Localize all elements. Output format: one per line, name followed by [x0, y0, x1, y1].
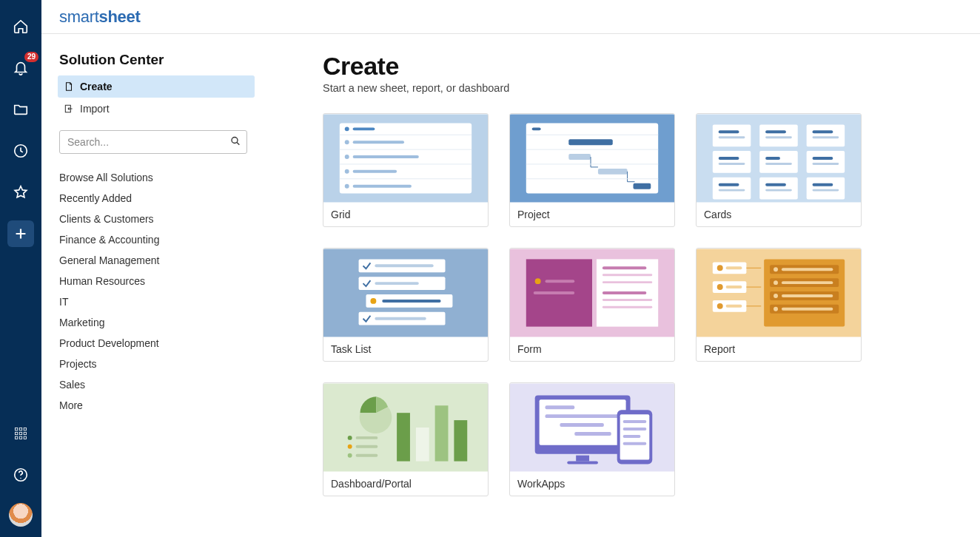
sidebar-item-create[interactable]: Create [58, 75, 255, 98]
card-label: Report [697, 337, 861, 361]
svg-rect-31 [532, 127, 541, 130]
card-cards-template[interactable]: Cards [696, 113, 862, 227]
sidebar-link[interactable]: Marketing [58, 312, 255, 333]
folder-icon[interactable] [7, 96, 34, 123]
svg-rect-50 [719, 130, 739, 133]
svg-rect-6 [24, 432, 26, 434]
svg-rect-19 [353, 141, 404, 143]
content: Create Start a new sheet, report, or das… [264, 34, 980, 537]
help-icon[interactable] [7, 462, 34, 488]
sidebar-link[interactable]: Projects [58, 354, 255, 374]
app-launcher-icon[interactable] [7, 420, 34, 447]
svg-rect-42 [759, 124, 798, 146]
sidebar-link[interactable]: Sales [58, 374, 255, 395]
svg-rect-137 [623, 435, 641, 438]
svg-rect-135 [623, 420, 647, 423]
svg-rect-130 [546, 414, 619, 418]
sheet-icon [62, 81, 75, 92]
svg-rect-35 [568, 154, 591, 160]
svg-rect-58 [813, 183, 833, 186]
svg-rect-5 [19, 432, 21, 434]
svg-rect-48 [759, 178, 798, 200]
card-thumb [323, 383, 488, 472]
card-thumb [697, 114, 861, 203]
card-tasklist-template[interactable]: Task List [323, 248, 489, 362]
card-thumb [510, 383, 674, 472]
svg-rect-7 [16, 436, 18, 439]
import-icon [62, 104, 75, 114]
card-form-template[interactable]: Form [509, 248, 675, 362]
sidebar-link[interactable]: General Management [58, 250, 255, 271]
brand-part1: smart [59, 7, 99, 26]
svg-rect-122 [435, 405, 449, 461]
create-new-button[interactable] [7, 220, 34, 247]
brand-logo[interactable]: smartsheet [59, 7, 141, 27]
sidebar-link[interactable]: More [58, 395, 255, 416]
page-subtitle: Start a new sheet, report, or dashboard [323, 82, 885, 94]
user-avatar[interactable] [9, 503, 33, 527]
card-grid: Grid [323, 113, 885, 496]
svg-rect-56 [719, 183, 739, 186]
svg-point-107 [773, 280, 778, 285]
svg-rect-52 [813, 130, 833, 133]
sidebar-item-import[interactable]: Import [58, 98, 255, 120]
svg-rect-46 [807, 151, 845, 173]
sidebar-link[interactable]: Finance & Accounting [58, 229, 255, 250]
card-project-template[interactable]: Project [509, 113, 675, 227]
svg-rect-108 [782, 281, 833, 284]
svg-rect-3 [24, 428, 26, 430]
notifications-icon[interactable]: 29 [7, 55, 34, 81]
svg-rect-57 [765, 183, 786, 186]
svg-rect-96 [726, 286, 742, 288]
sidebar-link[interactable]: Clients & Customers [58, 209, 255, 229]
svg-rect-131 [560, 423, 603, 427]
topbar: smartsheet [41, 0, 980, 34]
svg-rect-45 [759, 151, 798, 173]
card-grid-template[interactable]: Grid [323, 113, 489, 227]
card-workapps-template[interactable]: WorkApps [509, 382, 675, 496]
svg-rect-1 [16, 428, 18, 430]
svg-rect-51 [765, 130, 786, 133]
sidebar-link[interactable]: Recently Added [58, 188, 255, 209]
card-thumb [323, 114, 488, 203]
svg-rect-129 [546, 405, 575, 409]
svg-rect-123 [454, 420, 467, 462]
sidebar-link[interactable]: IT [58, 291, 255, 312]
svg-point-21 [345, 155, 349, 159]
card-label: Task List [323, 337, 488, 361]
favorites-icon[interactable] [7, 179, 34, 206]
card-thumb [510, 114, 674, 203]
card-report-template[interactable]: Report [696, 248, 862, 362]
svg-rect-120 [397, 413, 410, 461]
card-label: Dashboard/Portal [323, 472, 488, 496]
svg-rect-132 [574, 432, 611, 436]
svg-rect-75 [382, 300, 440, 303]
search-input[interactable] [59, 130, 247, 154]
svg-rect-22 [353, 155, 419, 158]
sidebar-link[interactable]: Browse All Solutions [58, 167, 255, 188]
svg-point-95 [717, 284, 723, 290]
sidebar-link[interactable]: Product Development [58, 333, 255, 354]
svg-point-116 [348, 445, 352, 449]
card-dashboard-template[interactable]: Dashboard/Portal [323, 382, 489, 496]
svg-rect-117 [356, 445, 378, 448]
svg-rect-61 [813, 136, 839, 138]
svg-rect-85 [603, 274, 652, 276]
card-label: Cards [697, 203, 861, 226]
nav-rail: 29 [0, 0, 41, 537]
card-thumb [323, 249, 488, 337]
svg-rect-70 [375, 264, 433, 267]
svg-rect-106 [782, 268, 833, 271]
svg-point-105 [773, 267, 778, 271]
search-wrapper [59, 130, 247, 154]
home-icon[interactable] [7, 13, 34, 40]
svg-rect-121 [416, 428, 429, 462]
svg-rect-72 [375, 282, 418, 285]
svg-point-114 [348, 436, 352, 440]
page-title: Create [323, 52, 885, 81]
svg-rect-87 [603, 291, 646, 294]
recents-icon[interactable] [7, 138, 34, 164]
sidebar-link[interactable]: Human Resources [58, 271, 255, 291]
svg-rect-33 [568, 139, 612, 145]
svg-rect-59 [719, 136, 745, 138]
